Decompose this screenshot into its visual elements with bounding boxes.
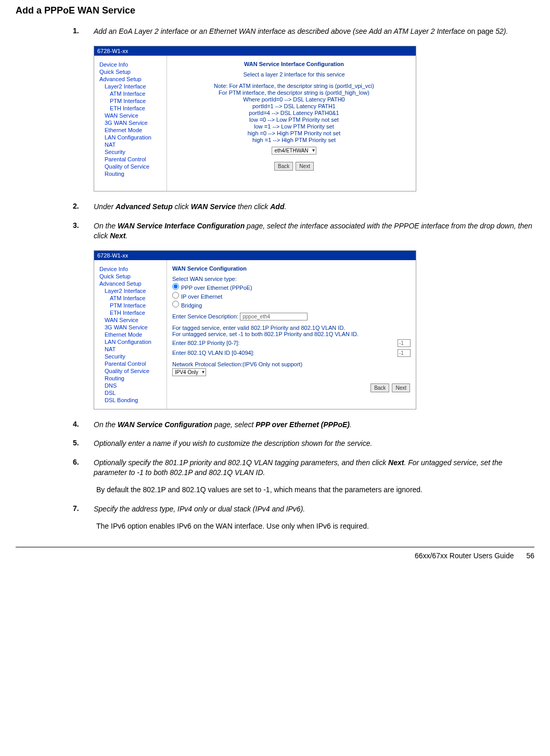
tag-note: For tagged service, enter valid 802.1P P… [172,325,411,331]
radio-label: PPP over Ethernet (PPPoE) [181,285,252,291]
next-button[interactable]: Next [392,383,410,392]
nav-item[interactable]: 3G WAN Service [105,324,164,331]
step-text: On the WAN Service Interface Configurati… [94,221,534,241]
nav-item[interactable]: Routing [105,170,164,177]
content-main: WAN Service Interface Configuration Sele… [167,56,416,191]
section-heading: Add a PPPoE WAN Service [16,5,534,16]
nav-item[interactable]: DSL Bonding [105,396,164,404]
step-5: 5. Optionally enter a name if you wish t… [73,439,534,449]
radio-pppoe[interactable]: PPP over Ethernet (PPPoE) [172,283,411,291]
t: on page [467,27,494,35]
nav-item[interactable]: Quality of Service [105,367,164,375]
step-note: The IPv6 option enables IPv6 on the WAN … [96,521,534,531]
t: click [173,202,191,211]
nav-item[interactable]: Ethernet Mode [105,126,164,134]
priority-label: Enter 802.1P Priority [0-7]: [172,340,398,346]
radio-input[interactable] [172,301,179,307]
nav-item[interactable]: Advanced Setup [99,280,164,287]
page-footer: 66xx/67xx Router Users Guide 56 [16,547,534,560]
t: On the [94,420,118,429]
nav-item[interactable]: Parental Control [105,156,164,163]
nav-item[interactable]: LAN Configuration [105,338,164,345]
back-button[interactable]: Back [274,162,293,171]
nav-item[interactable]: ATM Interface [110,90,164,97]
note-line: high =1 --> High PTM Priority set [177,137,411,143]
radio-bridging[interactable]: Bridging [172,301,411,309]
nav-item[interactable]: Layer2 Interface [105,83,164,90]
t: page, select [212,420,255,429]
step-text: Optionally enter a name if you wish to c… [94,439,534,449]
desc-input[interactable]: pppoe_eth4 [240,313,308,321]
t: . [350,420,352,429]
step-6: 6. Optionally specify the 801.1P priorit… [73,458,534,495]
radio-label: IP over Ethernet [181,293,222,300]
step-2: 2. Under Advanced Setup click WAN Servic… [73,202,534,212]
step-3: 3. On the WAN Service Interface Configur… [73,221,534,241]
protocol-select[interactable]: IPV4 Only [172,368,206,376]
nav-item[interactable]: DNS [105,382,164,389]
nav-item[interactable]: NAT [105,141,164,148]
nav-item[interactable]: ETH Interface [110,309,164,316]
nav-item[interactable]: WAN Service [105,316,164,324]
nav-item[interactable]: DSL [105,389,164,396]
nav-item[interactable]: Quick Setup [99,68,164,75]
note-line: high =0 --> High PTM Priority not set [177,130,411,136]
nav-item[interactable]: 3G WAN Service [105,119,164,126]
screenshot-2: 6728-W1-xx Device Info Quick Setup Advan… [94,250,416,409]
t: On the [94,222,118,230]
nav-item[interactable]: Parental Control [105,360,164,367]
vlan-label: Enter 802.1Q VLAN ID [0-4094]: [172,350,398,356]
nav-item[interactable]: Quick Setup [99,273,164,280]
step-num: 4. [73,420,94,430]
page-title: WAN Service Interface Configuration [177,61,411,67]
nav-item[interactable]: WAN Service [105,112,164,119]
nav-item[interactable]: ETH Interface [110,105,164,112]
nav-item[interactable]: NAT [105,345,164,353]
t: . [284,202,286,211]
page-title: WAN Service Configuration [172,265,411,272]
nav-item[interactable]: Advanced Setup [99,75,164,83]
note-line: Where portId=0 --> DSL Latency PATH0 [177,96,411,102]
step-num: 1. [73,27,94,36]
step-num: 3. [73,221,94,241]
vlan-input[interactable]: -1 [398,349,411,357]
radio-input[interactable] [172,283,179,290]
nav-item[interactable]: Device Info [99,61,164,68]
tag-note: For untagged service, set -1 to both 802… [172,331,411,337]
screenshot-1: 6728-W1-xx Device Info Quick Setup Advan… [94,46,416,191]
next-button[interactable]: Next [296,162,314,171]
nav-item[interactable]: ATM Interface [110,294,164,302]
step-1: 1. Add an EoA Layer 2 interface or an Et… [73,27,534,36]
nav-item[interactable]: PTM Interface [110,97,164,105]
t: 52). [493,27,508,35]
t: Specify the address type, IPv4 only or d… [94,505,305,513]
t: PPP over Ethernet (PPPoE) [255,420,350,429]
t: Under [94,202,116,211]
nav-item[interactable]: Device Info [99,265,164,273]
interface-select[interactable]: eth4/ETHWAN [272,147,316,155]
nav-item[interactable]: LAN Configuration [105,134,164,141]
nav-item[interactable]: Routing [105,375,164,382]
radio-ipoe[interactable]: IP over Ethernet [172,292,411,300]
subtitle: Select a layer 2 interface for this serv… [177,71,411,78]
nav-item[interactable]: Quality of Service [105,163,164,170]
step-text: Optionally specify the 801.1P priority a… [94,458,534,495]
protocol-label: Network Protocal Selection:(IPV6 Only no… [172,361,411,367]
footer-title: 66xx/67xx Router Users Guide [415,552,514,560]
nav-item[interactable]: Ethernet Mode [105,331,164,338]
step-4: 4. On the WAN Service Configuration page… [73,420,534,430]
note-line: low =0 --> Low PTM Priority not set [177,117,411,123]
t: Next [110,232,125,240]
priority-input[interactable]: -1 [398,339,411,347]
nav-item[interactable]: PTM Interface [110,302,164,309]
step-num: 7. [73,504,94,531]
nav-item[interactable]: Security [105,353,164,360]
nav-item[interactable]: Security [105,148,164,156]
radio-input[interactable] [172,292,179,299]
nav-item[interactable]: Layer2 Interface [105,287,164,294]
back-button[interactable]: Back [370,383,389,392]
window-titlebar: 6728-W1-xx [94,251,416,260]
note-line: low =1 --> Low PTM Priority set [177,123,411,130]
note-line: portId=4 --> DSL Latency PATH0&1 [177,110,411,116]
nav-sidebar: Device Info Quick Setup Advanced Setup L… [94,260,167,409]
